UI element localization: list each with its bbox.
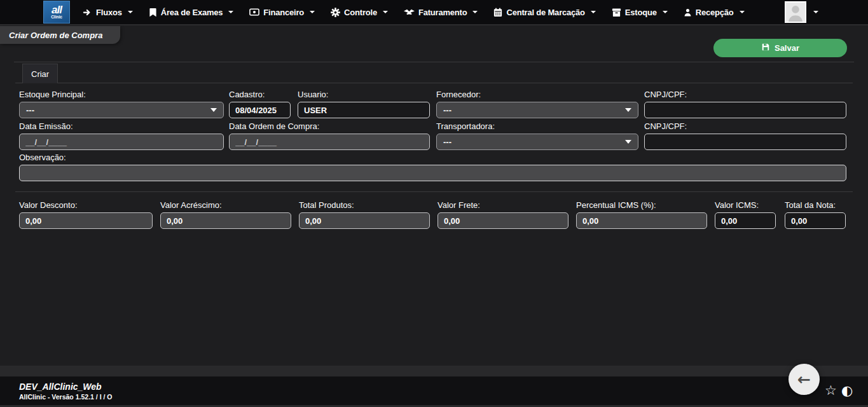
avatar <box>785 1 806 23</box>
chevron-down-icon <box>740 11 745 13</box>
usuario-input[interactable] <box>298 102 430 118</box>
chevron-down-icon <box>383 11 388 13</box>
nav-label: Área de Exames <box>161 8 223 17</box>
nav-financeiro[interactable]: Financeiro <box>249 0 315 25</box>
nav-central-de-marcacao[interactable]: Central de Marcação <box>493 0 595 25</box>
valor-frete-input[interactable] <box>437 212 568 229</box>
field-usuario: Usuario: <box>298 90 430 118</box>
footer-app-name: DEV_AllClinic_Web <box>19 382 102 392</box>
nav-recepcao[interactable]: Recepção <box>684 0 745 25</box>
field-label: Data Emissão: <box>19 121 224 131</box>
chevron-down-icon <box>591 11 596 13</box>
field-cadastro: Cadastro: <box>229 90 291 118</box>
nav-faturamento[interactable]: Faturamento <box>404 0 478 25</box>
top-navbar: all Clinic Fluxos Área de Exames Finance… <box>0 0 868 25</box>
field-label: Valor Desconto: <box>19 200 153 210</box>
nav-label: Fluxos <box>96 8 122 17</box>
total-produtos-input[interactable] <box>299 212 430 229</box>
field-label: Valor ICMS: <box>715 200 776 210</box>
valor-desconto-input[interactable] <box>19 212 153 229</box>
field-data-ordem-compra: Data Ordem de Compra: <box>229 121 430 150</box>
field-percentual-icms: Percentual ICMS (%): <box>576 200 707 229</box>
valor-acrescimo-input[interactable] <box>160 212 291 229</box>
valor-icms-input[interactable] <box>715 212 776 229</box>
gear-icon <box>331 8 340 17</box>
field-label: Fornecedor: <box>436 90 638 99</box>
field-data-emissao: Data Emissão: <box>19 121 224 150</box>
field-total-nota: Total da Nota: <box>785 200 846 229</box>
chevron-down-icon <box>310 11 315 13</box>
cnpj-transportadora-input[interactable] <box>644 134 846 150</box>
field-label: Valor Frete: <box>437 200 568 210</box>
nav-estoque[interactable]: Estoque <box>612 0 668 25</box>
nav-label: Recepção <box>696 8 734 17</box>
estoque-principal-select[interactable]: --- <box>19 102 224 118</box>
field-fornecedor: Fornecedor: --- <box>436 90 638 118</box>
chevron-down-icon <box>128 11 133 13</box>
nav-label: Faturamento <box>418 8 467 17</box>
data-ordem-compra-input[interactable] <box>229 134 430 150</box>
logo-text-clinic: Clinic <box>51 15 62 19</box>
save-button[interactable]: Salvar <box>713 39 847 57</box>
field-label: CNPJ/CPF: <box>644 121 846 131</box>
chevron-down-icon <box>663 11 668 13</box>
favorite-star-icon[interactable]: ☆ <box>825 383 837 397</box>
field-label: Observação: <box>19 153 846 162</box>
percentual-icms-input[interactable] <box>576 212 707 229</box>
user-menu[interactable] <box>785 1 818 23</box>
nav-label: Financeiro <box>263 8 304 17</box>
calendar-icon <box>493 8 502 17</box>
arrow-right-icon <box>83 8 92 17</box>
person-icon <box>684 8 692 17</box>
chevron-down-icon <box>625 108 631 112</box>
page-title: Criar Ordem de Compra <box>0 26 120 44</box>
nav-label: Estoque <box>625 8 657 17</box>
field-label: Estoque Principal: <box>19 90 224 99</box>
field-valor-acrescimo: Valor Acréscimo: <box>160 200 291 229</box>
nav-label: Central de Marcação <box>506 8 584 17</box>
money-icon <box>249 8 259 17</box>
totals-divider <box>15 191 853 192</box>
logo-text-all: all <box>52 5 62 15</box>
handshake-icon <box>404 8 415 17</box>
header-divider <box>14 62 854 62</box>
field-label: Data Ordem de Compra: <box>229 121 430 131</box>
field-cnpj-fornecedor: CNPJ/CPF: <box>644 90 846 118</box>
field-total-produtos: Total Produtos: <box>299 200 430 229</box>
chevron-down-icon <box>813 11 818 13</box>
arrow-left-icon: ← <box>797 370 811 389</box>
field-valor-desconto: Valor Desconto: <box>19 200 153 229</box>
cnpj-fornecedor-input[interactable] <box>644 102 846 118</box>
nav-area-de-exames[interactable]: Área de Exames <box>149 0 234 25</box>
transportadora-select[interactable]: --- <box>436 134 638 150</box>
cadastro-input[interactable] <box>229 102 291 118</box>
contrast-toggle-icon[interactable]: ◐ <box>841 383 853 397</box>
chevron-down-icon <box>625 140 631 144</box>
footer-bar <box>0 376 868 405</box>
nav-label: Controle <box>344 8 377 17</box>
allclinic-logo[interactable]: all Clinic <box>43 1 70 24</box>
field-transportadora: Transportadora: --- <box>436 121 638 150</box>
field-valor-frete: Valor Frete: <box>437 200 568 229</box>
nav-controle[interactable]: Controle <box>331 0 388 25</box>
total-nota-input[interactable] <box>785 212 846 229</box>
tab-criar[interactable]: Criar <box>22 64 58 83</box>
back-button[interactable]: ← <box>789 364 820 395</box>
field-observacao: Observação: <box>19 153 846 181</box>
tabs-underline <box>15 83 853 83</box>
save-button-label: Salvar <box>775 43 799 53</box>
tab-criar-label: Criar <box>31 69 49 79</box>
field-valor-icms: Valor ICMS: <box>715 200 776 229</box>
chevron-down-icon <box>472 11 478 13</box>
observacao-input[interactable] <box>19 165 846 181</box>
field-label: Transportadora: <box>436 121 638 131</box>
data-emissao-input[interactable] <box>19 134 224 150</box>
save-floppy-icon <box>761 43 770 53</box>
chevron-down-icon <box>210 108 217 112</box>
field-label: Total da Nota: <box>785 200 846 210</box>
field-label: Cadastro: <box>229 90 291 99</box>
fornecedor-select[interactable]: --- <box>436 102 638 118</box>
footer-version: AllClinic - Versão 1.52.1 / I / O <box>19 393 112 401</box>
nav-fluxos[interactable]: Fluxos <box>83 0 133 25</box>
select-value: --- <box>443 106 451 115</box>
